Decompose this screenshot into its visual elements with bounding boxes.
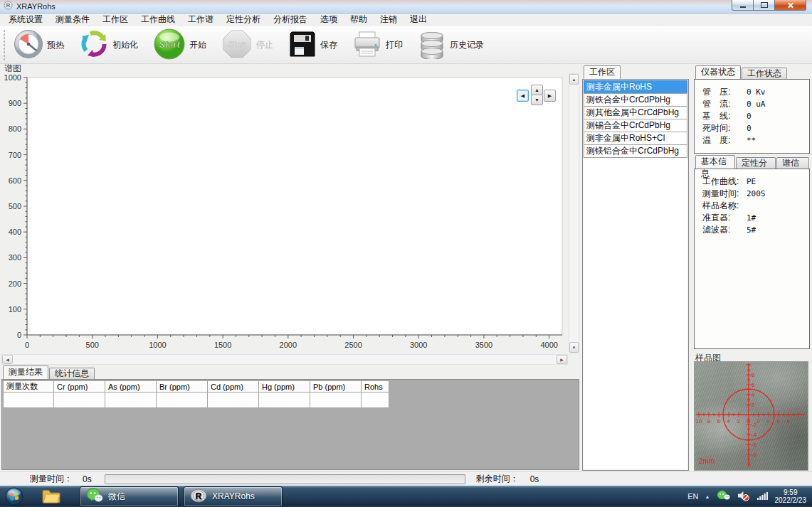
results-column-header-4[interactable]: Cd (ppm) xyxy=(208,381,259,393)
minimize-button[interactable] xyxy=(732,0,754,11)
svg-text:500: 500 xyxy=(9,202,21,210)
initialize-tool-button[interactable]: 初始化 xyxy=(77,28,140,62)
results-column-header-6[interactable]: Pb (ppm) xyxy=(310,381,362,393)
menu-item-3[interactable]: 工作曲线 xyxy=(135,14,181,26)
workspace-item-3[interactable]: 测锡合金中CrCdPbHg xyxy=(584,119,687,132)
volume-muted-icon[interactable] xyxy=(737,490,750,503)
wechat-tray-icon[interactable] xyxy=(717,490,730,503)
maximize-button[interactable] xyxy=(754,0,775,11)
workspace-item-0[interactable]: 测非金属中RoHS xyxy=(584,80,687,94)
history-tool-button[interactable]: 历史记录 xyxy=(416,28,486,62)
basic-info-field-value: 200S xyxy=(747,188,766,200)
tool-button-label: 停止 xyxy=(256,39,273,51)
menu-item-5[interactable]: 定性分析 xyxy=(220,14,267,26)
taskbar-app-label: 微信 xyxy=(108,491,125,503)
xrayrohs-icon: R xyxy=(190,489,207,505)
results-cell xyxy=(208,393,259,408)
menu-item-9[interactable]: 注销 xyxy=(374,14,404,26)
language-indicator[interactable]: EN xyxy=(687,492,698,501)
print-icon xyxy=(352,30,382,60)
sample-reticle-overlay: 108642024688642-2-4-6-82mm xyxy=(695,362,806,469)
menu-item-4[interactable]: 工作谱 xyxy=(181,14,220,26)
scroll-down-button[interactable]: ▼ xyxy=(531,95,543,105)
instrument-status-tab-1[interactable]: 工作状态 xyxy=(742,68,787,79)
workspace-item-5[interactable]: 测镁铝合金中CrCdPbHg xyxy=(584,144,687,158)
stop-icon: Stop xyxy=(221,28,253,62)
clock[interactable]: 9:59 2022/2/23 xyxy=(775,489,809,504)
chart-horizontal-scrollbar[interactable]: ◀ ▶ xyxy=(1,354,568,365)
results-cell xyxy=(54,393,105,408)
basic-info-tab-1[interactable]: 定性分析 xyxy=(736,157,776,169)
workspace-item-2[interactable]: 测其他金属中CrCdPbHg xyxy=(584,106,687,119)
scroll-up-icon[interactable]: ▲ xyxy=(569,74,579,85)
scroll-left-button[interactable]: ◀ xyxy=(517,90,529,102)
save-icon xyxy=(288,30,317,60)
network-signal-icon[interactable] xyxy=(756,491,769,503)
scroll-left-icon[interactable]: ◀ xyxy=(2,355,13,364)
scroll-right-button[interactable]: ▶ xyxy=(544,90,556,102)
start-menu-button[interactable] xyxy=(4,486,24,506)
instrument-field-label: 温 度: xyxy=(702,134,747,146)
scroll-down-icon[interactable]: ▼ xyxy=(569,342,579,353)
basic-info-field-4: 滤波器:5# xyxy=(695,224,809,236)
svg-text:1500: 1500 xyxy=(214,341,231,349)
scroll-right-icon[interactable]: ▶ xyxy=(557,355,567,364)
workspace-list: 测非金属中RoHS测铁合金中CrCdPbHg测其他金属中CrCdPbHg测锡合金… xyxy=(584,80,687,469)
results-tab-0[interactable]: 测量结果 xyxy=(3,365,48,379)
progress-bar xyxy=(105,474,465,484)
save-tool-button[interactable]: 保存 xyxy=(286,29,339,61)
basic-info-tab-2[interactable]: 谱信息 xyxy=(776,157,809,169)
results-table: 测量次数Cr (ppm)As (ppm)Br (ppm)Cd (ppm)Hg (… xyxy=(3,380,389,408)
taskbar-app-微信[interactable]: 微信 xyxy=(80,486,179,507)
start-tool-button[interactable]: Start开始 xyxy=(151,27,209,63)
menu-item-6[interactable]: 分析报告 xyxy=(267,14,314,26)
menu-item-2[interactable]: 工作区 xyxy=(96,14,135,26)
menu-item-0[interactable]: 系统设置 xyxy=(2,14,49,26)
svg-text:1000: 1000 xyxy=(149,341,166,349)
svg-text:700: 700 xyxy=(9,151,21,159)
svg-text:100: 100 xyxy=(9,305,21,314)
menu-item-7[interactable]: 选项 xyxy=(314,14,344,26)
workspace-tab-0[interactable]: 工作区 xyxy=(584,65,621,79)
instrument-status-tab-0[interactable]: 仪器状态 xyxy=(695,65,741,79)
results-column-header-3[interactable]: Br (ppm) xyxy=(157,381,208,393)
svg-text:8: 8 xyxy=(752,372,755,378)
measure-time-label: 测量时间： xyxy=(30,473,73,485)
menu-item-1[interactable]: 测量条件 xyxy=(49,14,96,26)
gauge-tool-button[interactable]: 预热 xyxy=(11,28,66,62)
taskbar-app-label: XRAYRohs xyxy=(212,491,255,501)
instrument-field-value: 0 xyxy=(747,110,752,122)
start-icon: Start xyxy=(153,28,186,63)
workspace-item-1[interactable]: 测铁合金中CrCdPbHg xyxy=(584,93,687,107)
show-hidden-icons-icon[interactable]: ▲ xyxy=(705,494,710,499)
basic-info-tab-0[interactable]: 基本信息 xyxy=(695,155,735,169)
basic-info-field-1: 测量时间:200S xyxy=(695,188,809,200)
instrument-status-panel: 管 压:0 Kv管 流:0 uA基 线:0死时间:0温 度:** xyxy=(694,79,810,154)
results-column-header-2[interactable]: As (ppm) xyxy=(105,381,157,393)
results-column-header-0[interactable]: 测量次数 xyxy=(4,381,54,393)
basic-info-field-label: 准直器: xyxy=(702,212,747,224)
taskbar-explorer-button[interactable] xyxy=(38,486,64,506)
svg-text:3500: 3500 xyxy=(475,341,492,349)
menu-item-10[interactable]: 退出 xyxy=(404,14,433,26)
print-tool-button[interactable]: 打印 xyxy=(350,29,405,61)
basic-info-field-value: 1# xyxy=(747,212,756,224)
workspace-item-4[interactable]: 测非金属中RoHS+Cl xyxy=(584,132,687,145)
results-column-header-7[interactable]: Rohs xyxy=(362,381,389,393)
svg-text:0: 0 xyxy=(17,331,21,339)
svg-text:-2: -2 xyxy=(752,422,757,428)
spectrum-panel: 谱图 0100200300400500600700800900100005001… xyxy=(1,64,579,365)
instrument-field-label: 死时间: xyxy=(702,122,747,134)
initialize-icon xyxy=(79,29,109,61)
results-column-header-1[interactable]: Cr (ppm) xyxy=(54,381,105,393)
instrument-field-value: ** xyxy=(747,134,756,146)
instrument-field-0: 管 压:0 Kv xyxy=(695,86,809,98)
wechat-icon xyxy=(86,488,103,506)
chart-vertical-scrollbar[interactable]: ▲ ▼ xyxy=(569,73,579,353)
menu-item-8[interactable]: 帮助 xyxy=(344,14,374,26)
results-column-header-5[interactable]: Hg (ppm) xyxy=(259,381,310,393)
results-tab-1[interactable]: 统计信息 xyxy=(49,368,95,379)
close-button[interactable] xyxy=(775,0,806,11)
scroll-up-button[interactable]: ▲ xyxy=(531,85,543,95)
taskbar-app-XRAYRohs[interactable]: RXRAYRohs xyxy=(184,486,283,507)
